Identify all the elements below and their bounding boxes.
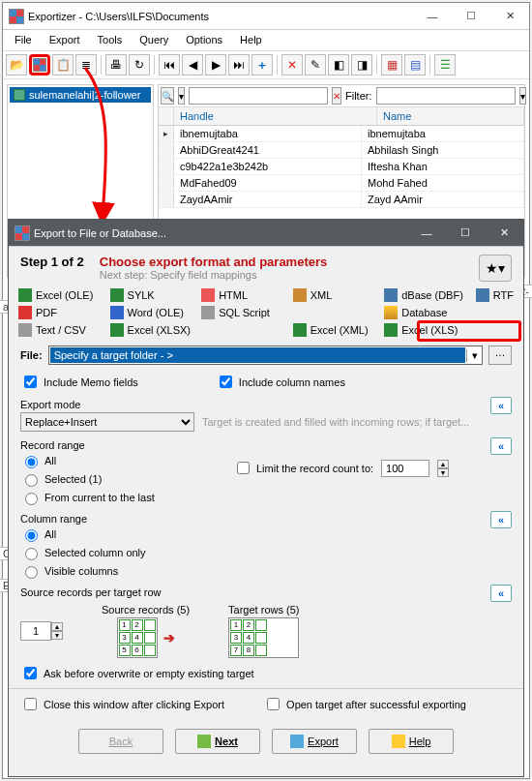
format-excel-xml[interactable]: Excel (XML) [291,322,377,338]
col-handle[interactable]: Handle [174,107,377,125]
print-icon[interactable]: 🖶 [105,54,127,75]
format-html[interactable]: HTML [199,287,285,303]
titlebar: Exportizer - C:\Users\ILFS\Documents — ☐… [3,3,529,30]
collapse-button[interactable]: « [490,397,512,414]
col-range-title: Column range [20,513,512,525]
tree-item-selected[interactable]: sulemanelahi|2-follower [10,87,151,103]
nav-last-icon[interactable]: ⏭ [228,54,250,75]
collapse-button[interactable]: « [490,511,512,528]
target-rows-label: Target rows (5) [228,604,299,616]
export-icon [290,735,304,748]
nav-prev-icon[interactable]: ◀ [182,54,203,75]
chk-open-after[interactable]: Open target after successful exporting [263,695,466,713]
search-input[interactable] [189,87,328,105]
table-row[interactable]: ZaydAAmirZayd AAmir [159,192,524,208]
table-row[interactable]: AbhiDGreat4241Abhilash Singh [159,142,524,159]
per-row-title: Source records per target row [20,586,512,598]
table-row[interactable]: ibnemujtabaibnemujtaba [159,126,524,142]
record-range-title: Record range [20,439,512,451]
format-sql[interactable]: SQL Script [199,305,376,320]
file-path-select[interactable]: Specify a target folder - > ▾ [48,345,483,365]
dlg-minimize-button[interactable]: — [407,220,446,247]
export-grid-icon[interactable] [29,54,50,75]
edit-icon[interactable]: ✎ [305,54,326,75]
chk-colnames[interactable]: Include column names [216,373,345,391]
chk-ask-overwrite[interactable]: Ask before overwrite or empty existing t… [20,664,512,682]
limit-spinner[interactable]: ▲▼ [437,460,449,477]
next-button[interactable]: Next [175,729,260,754]
browse-button[interactable]: … [488,345,512,365]
format-xml[interactable]: XML [291,287,377,303]
nav-next-icon[interactable]: ▶ [205,54,226,75]
close-button[interactable]: ✕ [490,3,529,30]
format-sylk[interactable]: SYLK [108,287,194,303]
cr-all[interactable]: All [20,526,512,542]
columns-icon[interactable]: ☰ [434,54,456,75]
tool-b-icon[interactable]: ◨ [351,54,372,75]
format-excel-ole[interactable]: Excel (OLE) [16,287,103,303]
export-mode-label: Export mode [20,399,512,410]
back-button[interactable]: Back [78,729,163,754]
maximize-button[interactable]: ☐ [452,3,490,30]
limit-input[interactable] [381,460,429,477]
filter-input[interactable] [376,87,516,105]
export-mode-hint: Target is created and filled with incomi… [202,416,469,428]
window-title: Exportizer - C:\Users\ILFS\Documents [28,11,209,22]
collapse-button[interactable]: « [490,437,512,455]
tree-item-label: sulemanelahi|2-follower [29,89,140,101]
cr-selected[interactable]: Selected column only [20,545,512,560]
format-xls[interactable]: Excel (XLS) [382,322,516,338]
add-icon[interactable]: ＋ [251,54,273,75]
collapse-button[interactable]: « [490,585,512,602]
menu-help[interactable]: Help [232,32,270,48]
minimize-button[interactable]: — [413,3,452,30]
format-database[interactable]: Database [382,305,468,320]
menu-tools[interactable]: Tools [90,32,131,48]
menu-options[interactable]: Options [178,32,230,48]
menu-query[interactable]: Query [132,32,176,48]
source-records-label: Source records (5) [102,604,190,616]
menu-export[interactable]: Export [42,32,88,48]
help-button[interactable]: Help [369,729,454,754]
table-row[interactable]: c9b422a1e3b242bIftesha Khan [159,159,524,175]
help-icon [392,735,405,748]
tool-a-icon[interactable]: ◧ [328,54,349,75]
dlg-close-button[interactable]: ✕ [485,220,523,247]
format-word[interactable]: Word (OLE) [108,305,194,320]
format-xlsx[interactable]: Excel (XLSX) [108,322,285,338]
menu-file[interactable]: File [7,32,40,48]
format-dbf[interactable]: dBase (DBF) [382,287,468,303]
export-dialog: Export to File or Database... — ☐ ✕ Step… [8,219,524,777]
delete-icon[interactable]: ✕ [281,54,303,75]
next-icon [197,735,211,748]
table-row[interactable]: MdFahed09Mohd Fahed [159,175,524,192]
refresh-icon[interactable]: ↻ [129,54,150,75]
filter-dd-icon[interactable]: ▾ [519,87,526,105]
view-form-icon[interactable]: ▤ [404,54,426,75]
nav-first-icon[interactable]: ⏮ [159,54,180,75]
open-icon[interactable]: 📂 [6,54,27,75]
binoculars-icon[interactable]: 🔍 [161,87,174,105]
copy-icon[interactable]: 📋 [52,54,74,75]
clear-search-icon[interactable]: ✕ [332,87,341,105]
dlg-maximize-button[interactable]: ☐ [446,220,485,247]
per-row-input[interactable] [20,621,51,641]
chk-memo[interactable]: Include Memo fields [20,373,138,391]
view-grid-icon[interactable]: ▦ [381,54,402,75]
format-rtf[interactable]: RTF [474,287,516,303]
cr-visible[interactable]: Visible columns [20,563,512,579]
favorite-button[interactable]: ★▾ [479,255,512,282]
rr-current[interactable]: From current to the last [20,490,512,505]
chk-close-after[interactable]: Close this window after clicking Export [20,695,224,713]
chevron-down-icon[interactable]: ▾ [466,349,482,362]
dialog-icon [15,225,30,241]
format-text[interactable]: Text / CSV [16,322,103,338]
export-mode-select[interactable]: Replace+Insert [20,412,194,432]
col-name[interactable]: Name [377,107,524,125]
dropdown-icon[interactable]: ▾ [178,87,185,105]
per-row-spinner[interactable]: ▲▼ [51,622,63,640]
format-pdf[interactable]: PDF [16,305,103,320]
chk-limit[interactable]: Limit the record count to: [233,459,373,477]
export-button[interactable]: Export [272,729,357,754]
code-icon[interactable]: ≣ [75,54,97,75]
